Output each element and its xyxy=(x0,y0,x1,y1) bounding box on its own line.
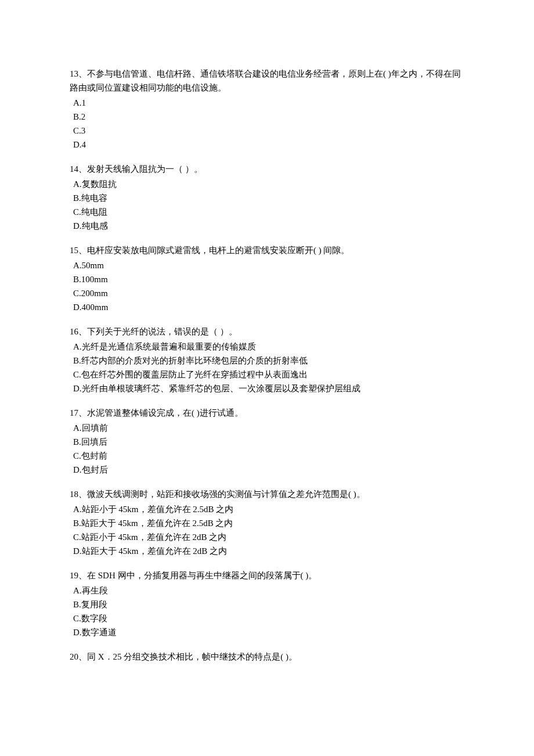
option-a: A.50mm xyxy=(73,258,464,272)
option-a: A.站距小于 45km，差值允许在 2.5dB 之内 xyxy=(73,502,464,516)
option-d: D.纯电感 xyxy=(73,219,464,233)
option-a: A.复数阻抗 xyxy=(73,177,464,191)
option-b: B.100mm xyxy=(73,272,464,286)
option-c: C.包在纤芯外围的覆盖层防止了光纤在穿插过程中从表面逸出 xyxy=(73,368,464,381)
option-a: A.光纤是光通信系统最普遍和最重要的传输媒质 xyxy=(73,340,464,354)
question-stem: 18、微波天线调测时，站距和接收场强的实测值与计算值之差允许范围是( )。 xyxy=(70,487,464,501)
question-options: A.站距小于 45km，差值允许在 2.5dB 之内 B.站距大于 45km，差… xyxy=(70,502,464,558)
option-c: C.站距小于 45km，差值允许在 2dB 之内 xyxy=(73,530,464,544)
question-13: 13、不参与电信管道、电信杆路、通信铁塔联合建设的电信业务经营者，原则上在( )… xyxy=(70,67,464,152)
option-d: D.包封后 xyxy=(73,463,464,477)
option-d: D.数字通道 xyxy=(73,625,464,639)
option-a: A.再生段 xyxy=(73,584,464,597)
question-stem: 19、在 SDH 网中，分插复用器与再生中继器之间的段落属于( )。 xyxy=(70,568,464,582)
question-stem: 17、水泥管道整体铺设完成，在( )进行试通。 xyxy=(70,406,464,420)
document-page: 13、不参与电信管道、电信杆路、通信铁塔联合建设的电信业务经营者，原则上在( )… xyxy=(0,0,534,756)
option-c: C.包封前 xyxy=(73,449,464,463)
option-b: B.复用段 xyxy=(73,597,464,611)
question-20: 20、同 X．25 分组交换技术相比，帧中继技术的特点是( )。 xyxy=(70,650,464,664)
option-d: D.光纤由单根玻璃纤芯、紧靠纤芯的包层、一次涂覆层以及套塑保护层组成 xyxy=(73,381,464,395)
question-18: 18、微波天线调测时，站距和接收场强的实测值与计算值之差允许范围是( )。 A.… xyxy=(70,487,464,558)
option-b: B.站距大于 45km，差值允许在 2.5dB 之内 xyxy=(73,516,464,530)
question-stem: 16、下列关于光纤的说法，错误的是（ ）。 xyxy=(70,325,464,339)
question-stem: 20、同 X．25 分组交换技术相比，帧中继技术的特点是( )。 xyxy=(70,650,464,664)
option-b: B.纯电容 xyxy=(73,191,464,205)
question-17: 17、水泥管道整体铺设完成，在( )进行试通。 A.回填前 B.回填后 C.包封… xyxy=(70,406,464,477)
question-options: A.再生段 B.复用段 C.数字段 D.数字通道 xyxy=(70,584,464,639)
question-19: 19、在 SDH 网中，分插复用器与再生中继器之间的段落属于( )。 A.再生段… xyxy=(70,568,464,639)
option-c: C.数字段 xyxy=(73,611,464,625)
question-options: A.1 B.2 C.3 D.4 xyxy=(70,96,464,152)
option-c: C.3 xyxy=(73,124,464,138)
option-c: C.纯电阻 xyxy=(73,205,464,219)
option-b: B.回填后 xyxy=(73,435,464,449)
question-stem: 13、不参与电信管道、电信杆路、通信铁塔联合建设的电信业务经营者，原则上在( )… xyxy=(70,67,464,95)
option-d: D.站距大于 45km，差值允许在 2dB 之内 xyxy=(73,544,464,558)
question-stem: 14、发射天线输入阻抗为一（ ）。 xyxy=(70,162,464,176)
question-options: A.回填前 B.回填后 C.包封前 D.包封后 xyxy=(70,421,464,477)
question-15: 15、电杆应安装放电间隙式避雷线，电杆上的避雷线安装应断开( ) 间隙。 A.5… xyxy=(70,243,464,314)
question-16: 16、下列关于光纤的说法，错误的是（ ）。 A.光纤是光通信系统最普遍和最重要的… xyxy=(70,325,464,395)
option-d: D.400mm xyxy=(73,300,464,314)
option-a: A.回填前 xyxy=(73,421,464,435)
question-options: A.50mm B.100mm C.200mm D.400mm xyxy=(70,258,464,314)
question-options: A.复数阻抗 B.纯电容 C.纯电阻 D.纯电感 xyxy=(70,177,464,233)
option-b: B.2 xyxy=(73,110,464,124)
option-d: D.4 xyxy=(73,138,464,152)
option-a: A.1 xyxy=(73,96,464,110)
option-b: B.纤芯内部的介质对光的折射率比环绕包层的介质的折射率低 xyxy=(73,354,464,368)
question-options: A.光纤是光通信系统最普遍和最重要的传输媒质 B.纤芯内部的介质对光的折射率比环… xyxy=(70,340,464,395)
question-14: 14、发射天线输入阻抗为一（ ）。 A.复数阻抗 B.纯电容 C.纯电阻 D.纯… xyxy=(70,162,464,233)
question-stem: 15、电杆应安装放电间隙式避雷线，电杆上的避雷线安装应断开( ) 间隙。 xyxy=(70,243,464,257)
option-c: C.200mm xyxy=(73,286,464,300)
